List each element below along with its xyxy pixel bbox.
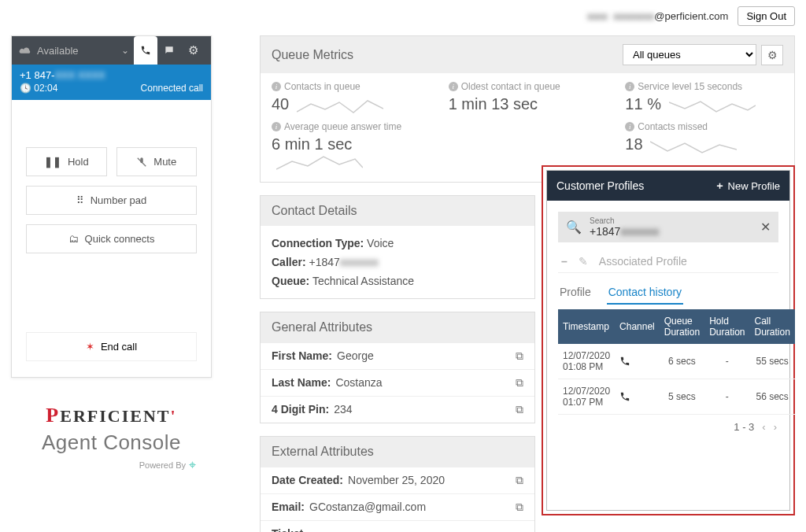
- copy-icon[interactable]: ⧉: [516, 376, 523, 390]
- pager-range: 1 - 3: [734, 421, 754, 433]
- softphone-panel: Available ⌄ ⚙ +1 847-XXX XXXX 🕓 02:04 Co…: [11, 35, 212, 378]
- avg-answer-time: 6 min 1 sec: [272, 135, 352, 153]
- panel-title: Queue Metrics: [272, 48, 353, 62]
- queue-select[interactable]: All queues: [623, 44, 756, 65]
- chevron-down-icon[interactable]: ⌄: [121, 45, 129, 56]
- customer-profiles-panel: Customer Profiles ＋New Profile 🔍 Search …: [546, 170, 790, 511]
- service-level: 11 %: [625, 95, 661, 113]
- spiral-icon: ⌖: [189, 458, 196, 472]
- attr-row: Email:GCostanza@gmail.com⧉: [261, 493, 534, 520]
- oldest-contact: 1 min 13 sec: [449, 95, 538, 113]
- contacts-icon: 🗂: [68, 233, 79, 245]
- copy-icon[interactable]: ⧉: [516, 474, 523, 487]
- attr-row: Last Name:Costanza⧉: [261, 369, 534, 396]
- external-attributes-panel: External Attributes Date Created:Novembe…: [260, 436, 535, 532]
- attr-row: Date Created:November 25, 2020⧉: [261, 467, 534, 493]
- settings-tab[interactable]: ⚙: [181, 36, 205, 65]
- clear-search-button[interactable]: ✕: [760, 220, 771, 235]
- search-icon: 🔍: [566, 220, 582, 235]
- attr-row: Ticket URL:https://support.zendesk.com/h…: [261, 520, 534, 532]
- pager-prev[interactable]: ‹: [762, 421, 765, 433]
- end-call-button[interactable]: ✶ End call: [26, 332, 197, 361]
- customer-profiles-highlight: Customer Profiles ＋New Profile 🔍 Search …: [542, 165, 795, 515]
- general-attributes-panel: General Attributes First Name:George⧉Las…: [260, 312, 535, 423]
- caller-number: +1 847-XXX XXXX: [20, 69, 105, 81]
- cloud-icon: [18, 45, 32, 56]
- table-row[interactable]: 12/07/2020 01:08 PM6 secs-55 secs: [558, 344, 795, 379]
- user-email: xxxx xxxxxxxx@perficient.com: [587, 10, 728, 22]
- cp-title: Customer Profiles: [556, 179, 644, 192]
- cp-search[interactable]: 🔍 Search +1847xxxxxxx ✕: [558, 212, 778, 242]
- collapse-icon[interactable]: –: [561, 255, 568, 268]
- metrics-settings-button[interactable]: ⚙: [761, 45, 783, 65]
- new-profile-button[interactable]: ＋New Profile: [715, 179, 780, 193]
- table-row[interactable]: 12/07/2020 01:07 PM5 secs-56 secs: [558, 379, 795, 415]
- dialpad-icon: ⠿: [76, 194, 84, 206]
- mute-button[interactable]: Mute: [116, 147, 198, 176]
- attr-row: First Name:George⧉: [261, 342, 534, 369]
- copy-icon[interactable]: ⧉: [516, 403, 523, 416]
- edit-icon[interactable]: ✎: [579, 255, 588, 268]
- hangup-icon: ✶: [86, 341, 94, 353]
- copy-icon[interactable]: ⧉: [516, 349, 523, 363]
- hold-button[interactable]: ❚❚Hold: [26, 147, 107, 176]
- phone-icon: [615, 379, 660, 415]
- queue-metrics-panel: Queue Metrics All queues ⚙ iContacts in …: [260, 35, 795, 183]
- chat-tab[interactable]: [157, 36, 181, 65]
- brand-block: PERFICIENT' Agent Console Powered By⌖: [11, 404, 212, 472]
- copy-icon[interactable]: ⧉: [516, 501, 523, 514]
- call-state: Connected call: [141, 83, 203, 94]
- phone-icon: [615, 344, 660, 379]
- associated-profile-label: Associated Profile: [599, 255, 687, 268]
- attr-row: 4 Digit Pin:234⧉: [261, 396, 534, 423]
- tab-contact-history[interactable]: Contact history: [607, 281, 683, 305]
- contact-details-panel: Contact Details Connection Type: Voice C…: [260, 195, 535, 299]
- info-icon: i: [272, 82, 281, 91]
- call-timer: 🕓 02:04: [20, 83, 57, 94]
- numberpad-button[interactable]: ⠿Number pad: [26, 186, 197, 215]
- phone-tab[interactable]: [134, 36, 157, 65]
- quick-connects-button[interactable]: 🗂Quick connects: [26, 224, 197, 253]
- contacts-in-queue: 40: [272, 95, 289, 113]
- contact-history-table: TimestampChannelQueue DurationHold Durat…: [558, 309, 795, 415]
- tab-profile[interactable]: Profile: [558, 281, 593, 305]
- pager-next[interactable]: ›: [774, 421, 777, 433]
- sign-out-button[interactable]: Sign Out: [738, 6, 795, 26]
- agent-status[interactable]: Available: [37, 45, 121, 57]
- contacts-missed: 18: [625, 135, 642, 153]
